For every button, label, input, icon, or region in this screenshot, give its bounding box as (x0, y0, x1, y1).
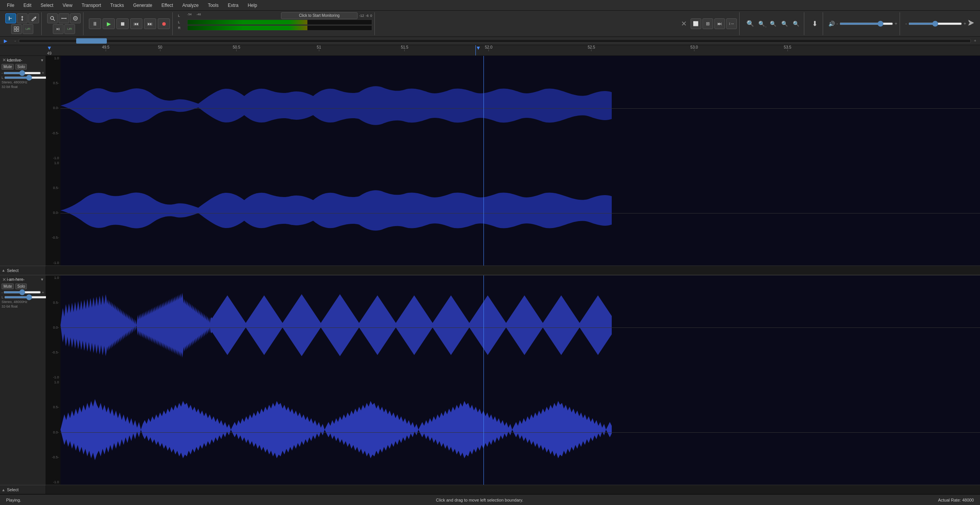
y-label-b20.0: 0.0- (46, 431, 60, 434)
db-label--48: -48 (196, 13, 201, 16)
track-1-dropdown-btn[interactable]: ▼ (40, 58, 44, 62)
loop-tool-btn[interactable] (70, 13, 81, 23)
track-2-select-controls: ▲ Select (0, 485, 46, 494)
track-2-center-line-top (60, 327, 980, 328)
y-label-0.0: 0.0- (46, 106, 60, 110)
vu-meter-r[interactable]: R (178, 25, 372, 31)
y-label-b21.0: 1.0 (46, 381, 60, 384)
y-label-b0.5: 0.5- (46, 186, 60, 190)
zoom-tool-btn[interactable] (47, 13, 58, 23)
envelope-tool-btn[interactable] (17, 13, 28, 23)
speaker-tool-btn[interactable] (53, 24, 64, 34)
speed-slider[interactable] (908, 23, 962, 25)
menu-analyze[interactable]: Analyze (178, 2, 203, 9)
zoom-in-btn[interactable]: 🔍 (745, 18, 756, 29)
ruler-mark-50: 50 (158, 45, 162, 51)
pause-btn[interactable]: ⏸ (89, 18, 101, 29)
close-zoom-btn[interactable]: ✕ (679, 18, 689, 29)
vu-meter-l[interactable]: L (178, 20, 372, 25)
track-1-gain-slider[interactable] (3, 72, 41, 74)
menu-view[interactable]: View (59, 2, 76, 9)
multi-tool-btn[interactable] (11, 24, 22, 34)
track-1-mute-btn[interactable]: Mute (2, 64, 14, 70)
track-1-waveform-inner-top[interactable] (60, 56, 980, 161)
draw-tool-btn[interactable] (28, 13, 39, 23)
svg-marker-3 (21, 16, 23, 17)
track-1-waveform-bottom[interactable]: 1.0 0.5- 0.0- -0.5- -1.0 (46, 161, 980, 266)
zoom-fit2-btn[interactable]: 🔍 (779, 18, 790, 29)
track-2-select-label[interactable]: Select (7, 487, 19, 492)
menu-transport[interactable]: Transport (78, 2, 105, 9)
track-1-select-bar: ▲ Select (0, 266, 980, 275)
track-1-pan-left-label: L (2, 76, 3, 80)
svg-marker-4 (21, 20, 23, 21)
track-1-waveform-top[interactable]: 1.0 0.5- 0.0- -0.5- -1.0 (46, 56, 980, 161)
menu-tools[interactable]: Tools (204, 2, 222, 9)
zoom-sel-btn[interactable]: ⊞ (702, 18, 713, 29)
ruler-mark-49: ▼ 49 (47, 45, 52, 55)
track-1-select-controls: ▲ Select (0, 266, 46, 275)
track-1-waveform-inner-bottom[interactable] (60, 161, 980, 266)
record-btn[interactable]: ⏺ (158, 18, 170, 29)
svg-marker-12 (61, 18, 62, 19)
track-1-select-label[interactable]: Select (7, 268, 19, 273)
track-2-close-btn[interactable]: ✕ (2, 277, 7, 282)
skip-back-btn[interactable]: ⏮ (130, 18, 142, 29)
track-2-waveform-top[interactable]: 1.0 0.5- 0.0- -0.5- -1.0 (46, 275, 980, 380)
svg-rect-8 (17, 29, 19, 31)
zoom-fit-btn[interactable]: ⬜ (691, 18, 701, 29)
scrubber-thumb[interactable] (76, 38, 107, 44)
toolbar: L/R L/R ⏸ ▶ ⏹ ⏮ (0, 11, 980, 37)
track-2-waveform-inner-top[interactable] (60, 275, 980, 380)
track-2-solo-btn[interactable]: Solo (15, 283, 27, 289)
track-2-waveform-bottom[interactable]: 1.0 0.5- 0.0- -0.5- -1.0 (46, 380, 980, 485)
svg-rect-0 (9, 16, 10, 20)
menu-tracks[interactable]: Tracks (106, 2, 128, 9)
status-hint: Click and drag to move left selection bo… (36, 498, 923, 502)
menu-help[interactable]: Help (244, 2, 261, 9)
db-label--54: -54 (187, 13, 192, 16)
menu-edit[interactable]: Edit (20, 2, 35, 9)
db-label-0: 0 (370, 14, 372, 18)
scrubber-track[interactable] (19, 39, 971, 43)
track-2-playhead-bottom (483, 380, 484, 485)
menu-extra[interactable]: Extra (224, 2, 242, 9)
menu-file[interactable]: File (3, 2, 18, 9)
export-btn[interactable]: ⬇ (810, 18, 820, 29)
menu-bar: File Edit Select View Transport Tracks G… (0, 0, 980, 11)
hscroll-tool-btn[interactable] (59, 13, 69, 23)
time-ruler[interactable]: ▼ 49 49.5 50 50.5 51 51.5 ▼ 52.0 (0, 45, 980, 56)
track-1-channel-bottom: 1.0 0.5- 0.0- -0.5- -1.0 (0, 161, 980, 266)
zoom-waveform-btn[interactable]: ↕↔ (726, 18, 737, 29)
track-2-waveform-inner-bottom[interactable] (60, 380, 980, 485)
zoom-toggle-btn[interactable]: 🔍 (791, 18, 802, 29)
track-2-name: i-am-here- (7, 277, 40, 282)
track-1-solo-btn[interactable]: Solo (15, 64, 27, 70)
y-label-b0.0: 0.0- (46, 211, 60, 215)
track-1-container: ✕ kdenlive- ▼ Mute Solo - + L R (0, 56, 980, 275)
track-2-mute-btn[interactable]: Mute (2, 283, 14, 289)
zoom-out-btn[interactable]: 🔍- (756, 18, 767, 29)
menu-select[interactable]: Select (37, 2, 57, 9)
track-1-center-line-bottom (60, 213, 980, 213)
transport-section: ⏸ ▶ ⏹ ⏮ ⏭ ⏺ (87, 12, 173, 35)
track-1-y-axis-bottom: 1.0 0.5- 0.0- -0.5- -1.0 (46, 161, 60, 266)
menu-effect[interactable]: Effect (158, 2, 177, 9)
speed-section: - + ⮞ (903, 12, 977, 35)
track-2-mute-solo: Mute Solo (2, 283, 44, 289)
zoom-skip-btn[interactable]: ⏭ (714, 18, 725, 29)
volume-slider[interactable] (840, 23, 893, 25)
skip-fwd-btn[interactable]: ⏭ (144, 18, 156, 29)
monitoring-btn[interactable]: Click to Start Monitoring (281, 12, 358, 19)
svg-rect-6 (17, 27, 19, 29)
track-2-pan-row: L R (2, 295, 44, 299)
play-btn[interactable]: ▶ (103, 18, 115, 29)
track-2-dropdown-btn[interactable]: ▼ (40, 277, 44, 282)
track-2-gain-slider[interactable] (3, 291, 41, 293)
zoom-normal-btn[interactable]: 🔍 (768, 18, 779, 29)
select-tool-btn[interactable] (5, 13, 16, 23)
track-2-bitdepth: 32-bit float (2, 305, 44, 308)
track-1-close-btn[interactable]: ✕ (2, 57, 7, 63)
menu-generate[interactable]: Generate (129, 2, 156, 9)
stop-btn[interactable]: ⏹ (116, 18, 129, 29)
